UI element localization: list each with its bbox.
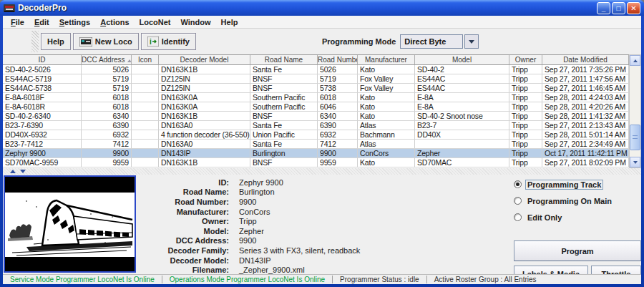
column-header-date-modified[interactable]: Date Modified [542, 55, 629, 65]
new-loco-button-label: New Loco [95, 37, 132, 46]
radio-icon[interactable] [514, 213, 522, 221]
table-cell: Tripp [509, 74, 542, 84]
table-cell: SD-40-2 Snoot nose [415, 112, 509, 121]
menu-settings[interactable]: Settings [54, 16, 95, 29]
column-header-icon[interactable]: Icon [132, 55, 159, 65]
status-item: Service Mode Programmer LocoNet Is Onlin… [3, 276, 162, 283]
detail-label: Manufacturer: [136, 208, 229, 216]
program-button[interactable]: Program [514, 240, 641, 261]
column-header-id[interactable]: ID [3, 55, 82, 65]
table-cell: 5719 [82, 84, 132, 93]
column-header-dcc-address[interactable]: DCC Address [82, 55, 132, 65]
radio-programming-track[interactable]: Programming Track [514, 179, 602, 190]
column-header-decoder-model[interactable]: Decoder Model [159, 55, 250, 65]
table-cell: DN163K0A [159, 93, 250, 102]
table-row[interactable]: SD70MAC-99599959DN163K1BBNSF9959KatoSD70… [3, 158, 629, 167]
table-cell: Atlas [358, 121, 415, 130]
column-header-model[interactable]: Model [415, 55, 509, 65]
programming-controls: Programming TrackProgramming On MainEdit… [508, 175, 641, 274]
scroll-up-button[interactable] [630, 55, 640, 66]
radio-programming-on-main[interactable]: Programming On Main [514, 195, 613, 206]
table-row[interactable]: B23-7-63906390DN163A0Santa Fe6390AtlasB2… [3, 121, 629, 130]
minimize-button[interactable]: _ [597, 2, 610, 14]
maximize-button[interactable]: □ [612, 2, 625, 14]
table-cell: SD70MAC-9959 [3, 158, 82, 167]
programming-mode-dropdown-button[interactable] [464, 34, 479, 49]
splitter-expand-up-icon[interactable] [10, 170, 16, 173]
radio-selected-icon[interactable] [514, 180, 522, 188]
menu-file[interactable]: File [6, 16, 29, 29]
detail-label: Owner: [136, 217, 229, 225]
table-cell: SD-40-2-5026 [3, 65, 82, 74]
toolbar: Help New Loco i Identify [3, 29, 641, 54]
table-cell: 5738 [318, 84, 358, 93]
table-cell: Tripp [509, 121, 542, 130]
title-bar[interactable]: DecoderPro _ □ ✕ [0, 0, 644, 16]
table-cell: Tripp [509, 112, 542, 121]
table-cell: DN163K0A [159, 102, 250, 112]
column-header-road-name[interactable]: Road Name [250, 55, 318, 65]
menu-actions[interactable]: Actions [95, 16, 134, 29]
column-header-owner[interactable]: Owner [509, 55, 542, 65]
table-cell: SD70MAC [415, 158, 509, 167]
column-header-road-number[interactable]: Road Number [318, 55, 358, 65]
programming-mode-select[interactable]: Direct Byte [400, 34, 463, 49]
toolbar-grip[interactable] [31, 31, 39, 52]
help-button-label: Help [47, 37, 64, 46]
table-cell: 4 function decoder (36-550) [159, 130, 250, 140]
table-cell: 7412 [82, 140, 132, 149]
detail-label: Model: [136, 227, 229, 235]
table-cell: 6932 [318, 130, 358, 140]
splitter-expand-down-icon[interactable] [20, 170, 26, 173]
triangle-down-icon [633, 161, 638, 164]
detail-label: ID: [136, 178, 229, 187]
detail-value: Burlington [239, 188, 275, 196]
split-pane-divider[interactable] [3, 168, 641, 175]
menu-window[interactable]: Window [176, 16, 216, 29]
identify-icon: i [147, 37, 159, 47]
table-row[interactable]: E-8A-6018R6018DN163K0ASouthern Pacific60… [3, 102, 629, 112]
new-loco-button[interactable]: New Loco [73, 33, 139, 50]
status-item: Programmer Status : idle [333, 276, 427, 283]
table-header-row: IDDCC AddressIconDecoder ModelRoad NameR… [3, 55, 629, 65]
menu-loconet[interactable]: LocoNet [135, 16, 176, 29]
radio-icon[interactable] [514, 197, 522, 205]
table-row[interactable]: SD-40-2-50265026DN163K1BSanta Fe5026Kato… [3, 65, 629, 74]
scrollbar-thumb[interactable] [630, 125, 640, 150]
close-button[interactable]: ✕ [627, 2, 640, 14]
vertical-scrollbar[interactable] [629, 54, 641, 168]
table-cell [132, 149, 159, 158]
table-cell: 5719 [82, 74, 132, 84]
identify-button[interactable]: i Identify [141, 33, 196, 50]
table-cell: 6932 [82, 130, 132, 140]
detail-value: Zephyr 9900 [239, 178, 283, 187]
table-cell [132, 130, 159, 140]
table-cell [415, 140, 509, 149]
table-cell: Kato [358, 112, 415, 121]
table-cell: Tripp [509, 158, 542, 167]
radio-label: Programming On Main [526, 197, 613, 205]
table-row[interactable]: ES44AC-57385719DZ125INBNSF5738Fox Valley… [3, 84, 629, 93]
scroll-down-button[interactable] [630, 157, 640, 167]
menu-edit[interactable]: Edit [29, 16, 54, 29]
table-cell: BNSF [250, 74, 318, 84]
table-row[interactable]: ES44AC-57195719DZ125INBNSF5719Fox Valley… [3, 74, 629, 84]
column-header-manufacturer[interactable]: Manufacturer [358, 55, 415, 65]
table-cell: Sep 27, 2011 2:34:49 AM [542, 140, 629, 149]
status-bar: Service Mode Programmer LocoNet Is Onlin… [3, 274, 641, 284]
table-cell: 9900 [82, 149, 132, 158]
table-cell: Tripp [509, 149, 542, 158]
table-row[interactable]: B23-7-74127412DN163A0Santa Fe7412AtlasTr… [3, 140, 629, 149]
detail-value: Series 3 with FX3, silent, readback [239, 246, 360, 255]
sort-ascending-icon [127, 59, 132, 62]
table-row[interactable]: SD-40-2-63406340DN163K1BBNSF6340KatoSD-4… [3, 112, 629, 121]
menu-help[interactable]: Help [216, 16, 243, 29]
svg-text:i: i [150, 38, 152, 46]
help-button[interactable]: Help [41, 33, 71, 50]
detail-label: DCC Address: [136, 236, 229, 245]
radio-edit-only[interactable]: Edit Only [514, 212, 563, 223]
table-row[interactable]: E-8A-6018F6018DN163K0ASouthern Pacific60… [3, 93, 629, 102]
table-row[interactable]: Zephyr 99009900DN143IPBurlington9900ConC… [3, 149, 629, 158]
table-row[interactable]: DD40X-693269324 function decoder (36-550… [3, 130, 629, 140]
detail-label: Road Name: [136, 188, 229, 196]
